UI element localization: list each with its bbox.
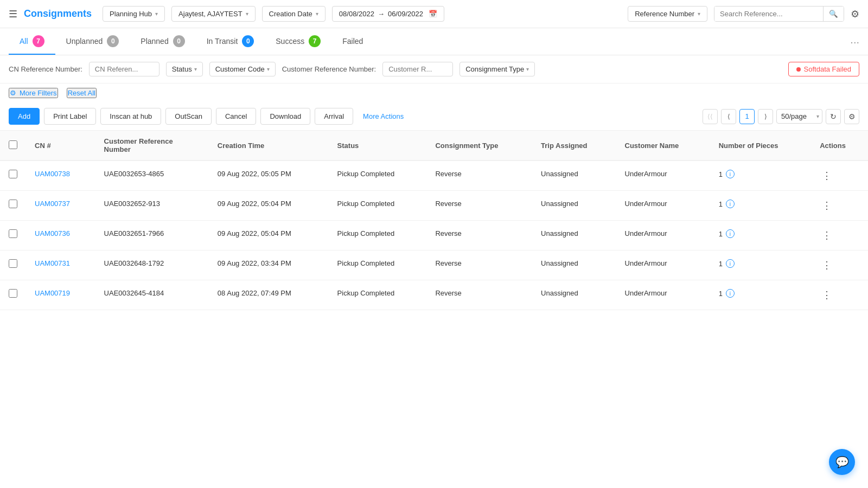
customer-ref-cell: UAE0032645-4184 xyxy=(95,280,209,310)
planning-hub-dropdown[interactable]: Planning Hub ▾ xyxy=(103,6,165,22)
creation-date-dropdown[interactable]: Creation Date ▾ xyxy=(262,6,326,22)
tab-success-badge: 7 xyxy=(309,35,321,47)
status-cell: Pickup Completed xyxy=(329,221,427,251)
first-page-button[interactable]: ⟨⟨ xyxy=(703,109,718,124)
tab-success[interactable]: Success 7 xyxy=(265,28,331,55)
status-cell: Pickup Completed xyxy=(329,280,427,310)
tab-all-label: All xyxy=(20,37,28,46)
cn-link[interactable]: UAM00719 xyxy=(35,289,70,297)
softdata-dot-icon xyxy=(796,67,801,72)
tabs-bar: All 7 Unplanned 0 Planned 0 In Transit 0… xyxy=(0,28,868,55)
tab-in-transit-badge: 0 xyxy=(242,35,254,47)
row-actions-button[interactable]: ⋮ xyxy=(820,289,834,301)
col-pieces: Number of Pieces xyxy=(710,131,811,160)
customer-ref-label: Customer Reference Number: xyxy=(282,65,376,73)
tab-unplanned[interactable]: Unplanned 0 xyxy=(55,28,130,55)
column-settings-button[interactable]: ⚙ xyxy=(844,109,859,124)
tab-all[interactable]: All 7 xyxy=(9,28,55,55)
col-consignment-type: Consignment Type xyxy=(426,131,532,160)
row-checkbox[interactable] xyxy=(9,170,17,178)
consignment-type-dropdown[interactable]: Consignment Type ▾ xyxy=(459,62,535,76)
customer-name-cell: UnderArmour xyxy=(616,251,710,280)
row-actions-button[interactable]: ⋮ xyxy=(820,229,834,241)
more-filters-button[interactable]: ⚙ More Filters xyxy=(9,88,58,98)
current-page: 1 xyxy=(739,109,755,124)
info-icon[interactable]: i xyxy=(726,229,735,238)
chevron-down-icon: ▾ xyxy=(698,11,700,17)
customer-code-dropdown[interactable]: Customer Code ▾ xyxy=(209,62,276,76)
add-button[interactable]: Add xyxy=(9,108,40,125)
arrival-button[interactable]: Arrival xyxy=(315,108,353,125)
trip-assigned-cell: Unassigned xyxy=(532,280,616,310)
next-page-button[interactable]: ⟩ xyxy=(758,109,773,124)
row-actions-button[interactable]: ⋮ xyxy=(820,170,834,182)
col-creation-time: Creation Time xyxy=(209,131,329,160)
softdata-failed-button[interactable]: Softdata Failed xyxy=(788,62,859,76)
inscan-button[interactable]: Inscan at hub xyxy=(100,108,161,125)
cn-link[interactable]: UAM00737 xyxy=(35,200,70,208)
tab-in-transit[interactable]: In Transit 0 xyxy=(196,28,265,55)
consignment-type-cell: Reverse xyxy=(426,280,532,310)
row-checkbox[interactable] xyxy=(9,289,17,298)
row-checkbox[interactable] xyxy=(9,200,17,208)
page-size-select[interactable]: 50/page 100/page 200/page xyxy=(776,109,822,124)
tab-planned[interactable]: Planned 0 xyxy=(130,28,195,55)
hamburger-icon[interactable]: ☰ xyxy=(9,8,17,20)
cn-link[interactable]: UAM00736 xyxy=(35,229,70,237)
chevron-down-icon: ▾ xyxy=(155,11,158,17)
print-label-button[interactable]: Print Label xyxy=(44,108,96,125)
status-dropdown[interactable]: Status ▾ xyxy=(166,62,203,76)
search-icon: 🔍 xyxy=(829,10,838,18)
creation-time-cell: 09 Aug 2022, 05:04 PM xyxy=(209,221,329,251)
customer-ref-cell: UAE0032651-7966 xyxy=(95,221,209,251)
tab-success-label: Success xyxy=(276,37,304,46)
customer-name-cell: UnderArmour xyxy=(616,280,710,310)
status-label: Status xyxy=(172,65,192,73)
trip-assigned-cell: Unassigned xyxy=(532,191,616,221)
search-box: 🔍 xyxy=(714,6,844,22)
info-icon[interactable]: i xyxy=(726,259,735,268)
tab-failed[interactable]: Failed xyxy=(331,28,374,55)
cn-link[interactable]: UAM00731 xyxy=(35,259,70,267)
cancel-button[interactable]: Cancel xyxy=(216,108,256,125)
chevron-down-icon: ▾ xyxy=(246,11,248,17)
info-icon[interactable]: i xyxy=(726,200,735,208)
download-button[interactable]: Download xyxy=(260,108,310,125)
reference-number-dropdown[interactable]: Reference Number ▾ xyxy=(628,6,707,22)
refresh-button[interactable]: ↻ xyxy=(826,109,841,124)
app-title: Consignments xyxy=(24,8,92,20)
user-dropdown[interactable]: Ajaytest, AJAYTEST ▾ xyxy=(171,6,256,22)
cn-link[interactable]: UAM00738 xyxy=(35,170,70,178)
customer-ref-cell: UAE0032653-4865 xyxy=(95,160,209,191)
info-icon[interactable]: i xyxy=(726,170,735,178)
tab-more-icon[interactable]: ··· xyxy=(850,36,859,47)
row-actions-button[interactable]: ⋮ xyxy=(820,200,834,211)
info-icon[interactable]: i xyxy=(726,289,735,298)
tab-unplanned-label: Unplanned xyxy=(66,37,103,46)
row-checkbox[interactable] xyxy=(9,229,17,238)
prev-page-button[interactable]: ⟨ xyxy=(721,109,736,124)
pieces-cell: 1 i xyxy=(710,251,811,280)
date-to: 06/09/2022 xyxy=(388,10,423,18)
pieces-cell: 1 i xyxy=(710,191,811,221)
row-checkbox[interactable] xyxy=(9,259,17,268)
outscan-button[interactable]: OutScan xyxy=(165,108,212,125)
toolbar: Add Print Label Inscan at hub OutScan Ca… xyxy=(0,102,868,131)
filter-funnel-icon: ⚙ xyxy=(10,89,16,97)
col-status: Status xyxy=(329,131,427,160)
customer-ref-input[interactable] xyxy=(382,62,453,76)
row-actions-button[interactable]: ⋮ xyxy=(820,259,834,271)
more-actions-button[interactable]: More Actions xyxy=(358,108,409,124)
search-button[interactable]: 🔍 xyxy=(823,7,844,21)
pieces-cell: 1 i xyxy=(710,221,811,251)
consignment-type-cell: Reverse xyxy=(426,221,532,251)
select-all-checkbox[interactable] xyxy=(9,140,17,149)
chevron-down-icon: ▾ xyxy=(526,66,529,72)
date-from: 08/08/2022 xyxy=(339,10,374,18)
reset-all-button[interactable]: Reset All xyxy=(67,88,97,98)
search-input[interactable] xyxy=(714,7,823,21)
settings-icon[interactable]: ⚙ xyxy=(851,8,859,20)
date-range-picker[interactable]: 08/08/2022 → 06/09/2022 📅 xyxy=(332,6,444,22)
cn-ref-input[interactable] xyxy=(89,62,159,76)
chevron-down-icon: ▾ xyxy=(316,11,318,17)
